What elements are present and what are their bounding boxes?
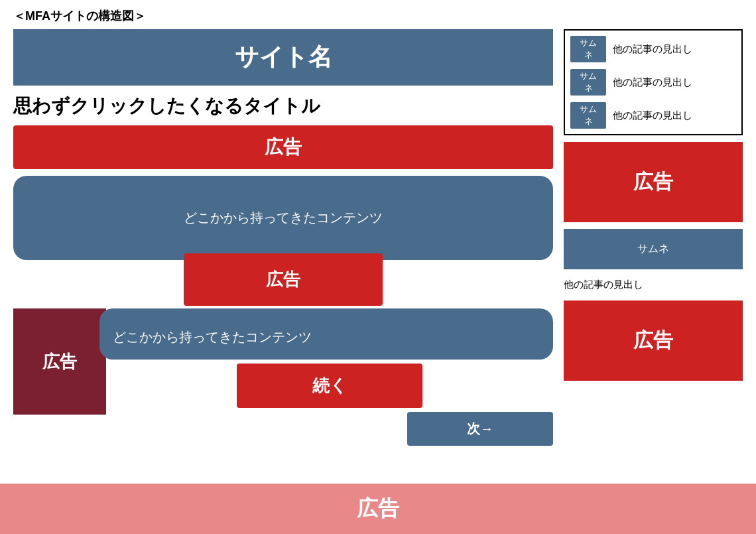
sidebar-link-text-2: 他の記事の見出し bbox=[613, 76, 692, 89]
site-header: サイト名 bbox=[13, 29, 553, 86]
ad-bar-top[interactable]: 広告 bbox=[13, 125, 553, 169]
sidebar-ad-1[interactable]: 広告 bbox=[564, 142, 743, 222]
thumbnail-3: サムネ bbox=[570, 102, 606, 129]
bottom-section: 広告 どこかから持ってきたコンテンツ 続く 次→ bbox=[13, 308, 553, 446]
sidebar-link-text-1: 他の記事の見出し bbox=[613, 43, 692, 56]
content-box-2: どこかから持ってきたコンテンツ bbox=[99, 308, 553, 360]
right-column: サムネ 他の記事の見出し サムネ 他の記事の見出し サムネ 他の記事の見出し 広… bbox=[564, 29, 743, 446]
content-box-1: どこかから持ってきたコンテンツ bbox=[13, 176, 553, 260]
ad-left[interactable]: 広告 bbox=[13, 308, 106, 415]
zoku-button[interactable]: 続く bbox=[237, 364, 422, 408]
tsugi-button[interactable]: 次→ bbox=[407, 412, 553, 446]
thumbnail-1: サムネ bbox=[570, 36, 606, 62]
sidebar-link-item-1[interactable]: サムネ 他の記事の見出し bbox=[570, 36, 736, 62]
article-title: 思わずクリックしたくなるタイトル bbox=[13, 94, 553, 119]
sidebar-link-item-3[interactable]: サムネ 他の記事の見出し bbox=[570, 102, 736, 129]
thumbnail-2: サムネ bbox=[570, 69, 606, 96]
ad-mid[interactable]: 広告 bbox=[184, 253, 383, 306]
left-column: サイト名 思わずクリックしたくなるタイトル 広告 どこかから持ってきたコンテンツ… bbox=[13, 29, 553, 446]
sidebar-ad-2[interactable]: 広告 bbox=[564, 300, 743, 381]
footer-ad[interactable]: 広告 bbox=[0, 484, 756, 534]
page-title: ＜MFAサイトの構造図＞ bbox=[0, 0, 756, 29]
sidebar-thumb: サムネ bbox=[564, 229, 743, 269]
sidebar-article-title[interactable]: 他の記事の見出し bbox=[564, 276, 743, 294]
sidebar-link-item-2[interactable]: サムネ 他の記事の見出し bbox=[570, 69, 736, 96]
sidebar-link-text-3: 他の記事の見出し bbox=[613, 109, 692, 122]
content2-wrap: どこかから持ってきたコンテンツ 続く 次→ bbox=[106, 308, 553, 446]
sidebar-links-box: サムネ 他の記事の見出し サムネ 他の記事の見出し サムネ 他の記事の見出し bbox=[564, 29, 743, 135]
